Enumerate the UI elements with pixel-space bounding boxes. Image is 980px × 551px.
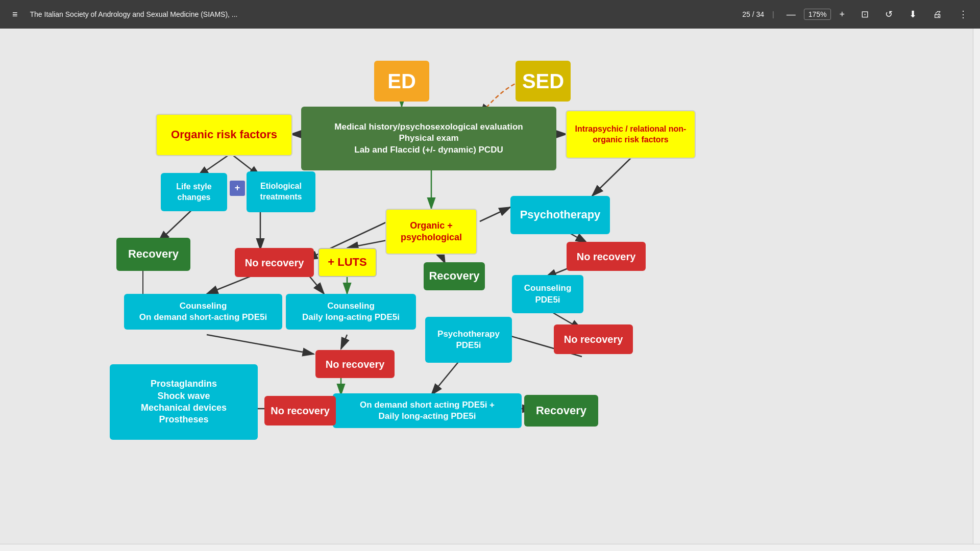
document-content: ED SED Medical history/psychosexological… bbox=[0, 29, 980, 551]
lifestyle-box: Life style changes bbox=[161, 173, 227, 211]
plus-luts-box: + LUTS bbox=[318, 248, 377, 277]
no-recovery1-box: No recovery bbox=[235, 248, 314, 277]
counseling-daily-box: Counseling Daily long-acting PDE5i bbox=[286, 294, 416, 330]
recovery1-box: Recovery bbox=[116, 238, 190, 271]
counseling-pde5i-box: Counseling PDE5i bbox=[512, 275, 583, 313]
svg-line-10 bbox=[480, 207, 510, 221]
toolbar: ≡ The Italian Society of Andrology and S… bbox=[0, 0, 980, 29]
zoom-out-button[interactable]: — bbox=[782, 7, 800, 22]
svg-line-12 bbox=[592, 154, 635, 196]
psychotherapy-box: Psychotherapy bbox=[510, 196, 610, 234]
organic-risk-box: Organic risk factors bbox=[156, 114, 292, 156]
document-title: The Italian Society of Andrology and Sex… bbox=[30, 10, 734, 18]
medical-history-box: Medical history/psychosexological evalua… bbox=[301, 107, 556, 170]
scrollbar-right[interactable] bbox=[973, 29, 980, 551]
on-demand-combo-box: On demand short acting PDE5i + Daily lon… bbox=[333, 393, 522, 428]
sed-box: SED bbox=[516, 61, 571, 102]
page-number: 25 / 34 bbox=[742, 10, 764, 18]
organic-psych-box: Organic + psychological bbox=[385, 209, 477, 255]
page-navigation: 25 / 34 | — 175% + bbox=[742, 7, 849, 22]
counseling-short-box: Counseling On demand short-acting PDE5i bbox=[124, 294, 282, 330]
no-recovery3-box: No recovery bbox=[315, 350, 395, 378]
intrapsychic-box: Intrapsychic / relational non-organic ri… bbox=[566, 110, 696, 159]
menu-button[interactable]: ≡ bbox=[8, 7, 22, 22]
no-recovery-psych-box: No recovery bbox=[567, 242, 646, 271]
svg-line-25 bbox=[431, 358, 462, 395]
download-button[interactable]: ⬇ bbox=[905, 7, 921, 22]
ed-box: ED bbox=[374, 61, 429, 102]
recovery2-box: Recovery bbox=[424, 262, 485, 290]
svg-line-22 bbox=[207, 335, 314, 354]
recovery3-box: Recovery bbox=[524, 395, 598, 427]
psychotherapy-pde5i-box: Psychotherapy PDE5i bbox=[425, 317, 512, 363]
scrollbar-bottom[interactable] bbox=[0, 544, 980, 551]
no-recovery6-box: No recovery bbox=[264, 396, 336, 425]
toolbar-right: ⊡ ↺ ⬇ 🖨 ⋮ bbox=[857, 7, 972, 22]
fit-page-button[interactable]: ⊡ bbox=[857, 7, 873, 22]
print-button[interactable]: 🖨 bbox=[929, 7, 946, 22]
zoom-in-button[interactable]: + bbox=[835, 7, 849, 22]
zoom-level: 175% bbox=[804, 9, 831, 20]
etiological-box: Etiological treatments bbox=[247, 171, 315, 212]
plus-connector: + bbox=[230, 181, 245, 196]
prostaglandins-box: Prostaglandins Shock wave Mechanical dev… bbox=[110, 364, 258, 440]
no-recovery5-box: No recovery bbox=[554, 324, 633, 354]
more-button[interactable]: ⋮ bbox=[954, 7, 972, 22]
svg-line-23 bbox=[341, 335, 347, 349]
history-button[interactable]: ↺ bbox=[881, 7, 897, 22]
